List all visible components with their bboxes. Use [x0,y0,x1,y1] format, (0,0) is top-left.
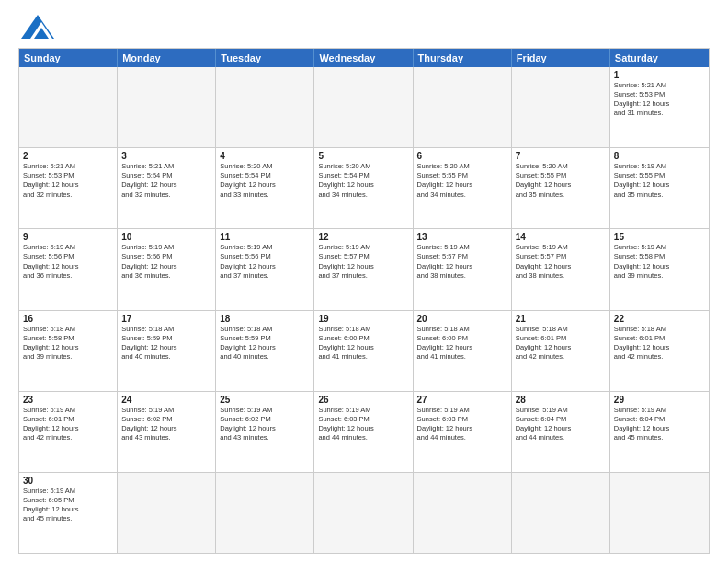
calendar-day-6: 6Sunrise: 5:20 AM Sunset: 5:55 PM Daylig… [414,148,512,228]
cell-info: Sunrise: 5:20 AM Sunset: 5:54 PM Dayligh… [220,162,310,200]
cell-info: Sunrise: 5:21 AM Sunset: 5:53 PM Dayligh… [614,81,705,119]
calendar: SundayMondayTuesdayWednesdayThursdayFrid… [18,48,710,554]
cell-info: Sunrise: 5:20 AM Sunset: 5:54 PM Dayligh… [318,162,408,200]
calendar-day-empty [314,67,413,147]
cell-info: Sunrise: 5:19 AM Sunset: 5:56 PM Dayligh… [23,243,113,281]
calendar-day-4: 4Sunrise: 5:20 AM Sunset: 5:54 PM Daylig… [216,148,314,228]
calendar-day-empty [118,473,216,553]
day-number: 28 [516,395,606,405]
calendar-day-2: 2Sunrise: 5:21 AM Sunset: 5:53 PM Daylig… [19,148,118,228]
calendar-day-9: 9Sunrise: 5:19 AM Sunset: 5:56 PM Daylig… [19,229,118,309]
calendar-day-22: 22Sunrise: 5:18 AM Sunset: 6:01 PM Dayli… [610,311,709,391]
calendar-day-27: 27Sunrise: 5:19 AM Sunset: 6:03 PM Dayli… [414,392,512,472]
day-number: 19 [318,314,408,324]
cell-info: Sunrise: 5:19 AM Sunset: 6:04 PM Dayligh… [614,406,705,443]
day-number: 10 [121,232,211,242]
day-number: 27 [417,395,507,405]
page: SundayMondayTuesdayWednesdayThursdayFrid… [0,0,728,563]
day-header-sunday: Sunday [19,49,118,67]
cell-info: Sunrise: 5:19 AM Sunset: 6:04 PM Dayligh… [516,406,606,443]
calendar-day-16: 16Sunrise: 5:18 AM Sunset: 5:58 PM Dayli… [19,311,118,391]
calendar-row: 2Sunrise: 5:21 AM Sunset: 5:53 PM Daylig… [19,148,709,229]
calendar-day-20: 20Sunrise: 5:18 AM Sunset: 6:00 PM Dayli… [414,311,512,391]
day-number: 21 [516,314,606,324]
cell-info: Sunrise: 5:19 AM Sunset: 6:02 PM Dayligh… [220,406,310,443]
calendar-day-1: 1Sunrise: 5:21 AM Sunset: 5:53 PM Daylig… [610,67,709,147]
day-number: 12 [318,232,408,242]
day-number: 14 [516,232,606,242]
calendar-day-3: 3Sunrise: 5:21 AM Sunset: 5:54 PM Daylig… [118,148,216,228]
calendar-day-26: 26Sunrise: 5:19 AM Sunset: 6:03 PM Dayli… [314,392,413,472]
calendar-day-empty [19,67,118,147]
cell-info: Sunrise: 5:19 AM Sunset: 5:57 PM Dayligh… [516,243,606,281]
header [18,17,710,40]
day-header-wednesday: Wednesday [314,49,413,67]
cell-info: Sunrise: 5:19 AM Sunset: 6:01 PM Dayligh… [23,406,113,443]
calendar-day-5: 5Sunrise: 5:20 AM Sunset: 5:54 PM Daylig… [314,148,413,228]
cell-info: Sunrise: 5:21 AM Sunset: 5:54 PM Dayligh… [121,162,211,200]
day-number: 9 [23,232,113,242]
calendar-day-21: 21Sunrise: 5:18 AM Sunset: 6:01 PM Dayli… [512,311,610,391]
day-number: 3 [121,151,211,161]
calendar-day-18: 18Sunrise: 5:18 AM Sunset: 5:59 PM Dayli… [216,311,314,391]
cell-info: Sunrise: 5:18 AM Sunset: 6:01 PM Dayligh… [516,325,606,362]
day-number: 17 [121,314,211,324]
calendar-day-24: 24Sunrise: 5:19 AM Sunset: 6:02 PM Dayli… [118,392,216,472]
cell-info: Sunrise: 5:18 AM Sunset: 6:00 PM Dayligh… [318,325,408,362]
calendar-day-29: 29Sunrise: 5:19 AM Sunset: 6:04 PM Dayli… [610,392,709,472]
calendar-day-empty [314,473,413,553]
cell-info: Sunrise: 5:18 AM Sunset: 6:00 PM Dayligh… [417,325,507,362]
calendar-day-17: 17Sunrise: 5:18 AM Sunset: 5:59 PM Dayli… [118,311,216,391]
cell-info: Sunrise: 5:20 AM Sunset: 5:55 PM Dayligh… [516,162,606,200]
calendar-row: 16Sunrise: 5:18 AM Sunset: 5:58 PM Dayli… [19,311,709,392]
calendar-day-empty [118,67,216,147]
calendar-day-8: 8Sunrise: 5:19 AM Sunset: 5:55 PM Daylig… [610,148,709,228]
calendar-row: 23Sunrise: 5:19 AM Sunset: 6:01 PM Dayli… [19,392,709,473]
cell-info: Sunrise: 5:19 AM Sunset: 6:05 PM Dayligh… [23,487,113,524]
day-number: 23 [23,395,113,405]
calendar-day-empty [414,473,512,553]
day-number: 22 [614,314,705,324]
day-number: 24 [121,395,211,405]
day-header-tuesday: Tuesday [216,49,314,67]
calendar-day-empty [216,473,314,553]
day-number: 26 [318,395,408,405]
calendar-day-15: 15Sunrise: 5:19 AM Sunset: 5:58 PM Dayli… [610,229,709,309]
calendar-body: 1Sunrise: 5:21 AM Sunset: 5:53 PM Daylig… [19,67,709,553]
day-number: 18 [220,314,310,324]
day-number: 25 [220,395,310,405]
day-number: 11 [220,232,310,242]
calendar-day-empty [512,67,610,147]
calendar-day-19: 19Sunrise: 5:18 AM Sunset: 6:00 PM Dayli… [314,311,413,391]
cell-info: Sunrise: 5:19 AM Sunset: 5:57 PM Dayligh… [417,243,507,281]
day-number: 2 [23,151,113,161]
day-header-friday: Friday [512,49,610,67]
day-header-thursday: Thursday [414,49,512,67]
day-number: 20 [417,314,507,324]
logo-icon [21,13,54,40]
cell-info: Sunrise: 5:18 AM Sunset: 6:01 PM Dayligh… [614,325,705,362]
day-number: 7 [516,151,606,161]
calendar-day-13: 13Sunrise: 5:19 AM Sunset: 5:57 PM Dayli… [414,229,512,309]
day-number: 30 [23,476,113,486]
day-number: 29 [614,395,705,405]
calendar-day-23: 23Sunrise: 5:19 AM Sunset: 6:01 PM Dayli… [19,392,118,472]
cell-info: Sunrise: 5:19 AM Sunset: 6:03 PM Dayligh… [318,406,408,443]
cell-info: Sunrise: 5:19 AM Sunset: 5:58 PM Dayligh… [614,243,705,281]
cell-info: Sunrise: 5:18 AM Sunset: 5:58 PM Dayligh… [23,325,113,362]
cell-info: Sunrise: 5:18 AM Sunset: 5:59 PM Dayligh… [220,325,310,362]
calendar-day-empty [610,473,709,553]
day-number: 6 [417,151,507,161]
day-number: 15 [614,232,705,242]
calendar-day-14: 14Sunrise: 5:19 AM Sunset: 5:57 PM Dayli… [512,229,610,309]
calendar-day-28: 28Sunrise: 5:19 AM Sunset: 6:04 PM Dayli… [512,392,610,472]
calendar-row: 1Sunrise: 5:21 AM Sunset: 5:53 PM Daylig… [19,67,709,148]
logo [18,17,54,40]
day-number: 4 [220,151,310,161]
calendar-row: 9Sunrise: 5:19 AM Sunset: 5:56 PM Daylig… [19,229,709,310]
calendar-day-11: 11Sunrise: 5:19 AM Sunset: 5:56 PM Dayli… [216,229,314,309]
calendar-day-12: 12Sunrise: 5:19 AM Sunset: 5:57 PM Dayli… [314,229,413,309]
cell-info: Sunrise: 5:19 AM Sunset: 5:55 PM Dayligh… [614,162,705,200]
calendar-day-empty [216,67,314,147]
calendar-row: 30Sunrise: 5:19 AM Sunset: 6:05 PM Dayli… [19,473,709,553]
